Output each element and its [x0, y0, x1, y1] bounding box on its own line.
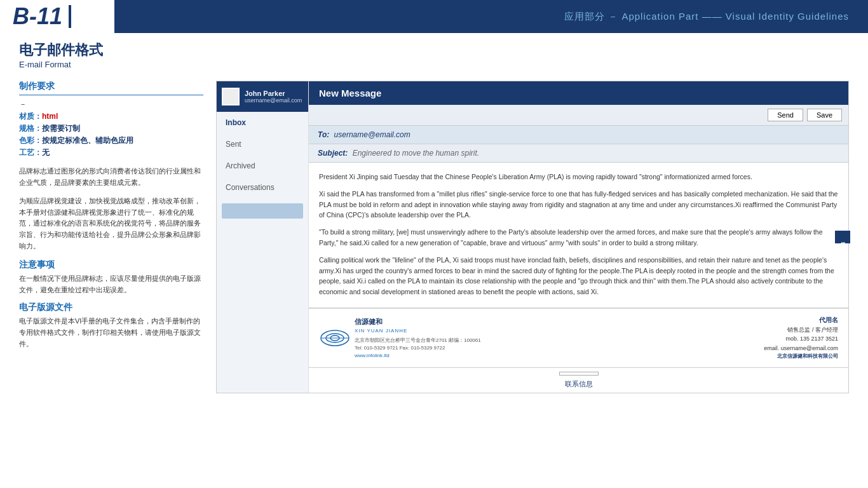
nav-archived[interactable]: Archived: [217, 155, 308, 177]
email-header-bar: New Message: [309, 81, 848, 105]
body-para2: Xi said the PLA has transformed from a "…: [319, 189, 838, 220]
header-guideline-label: 应用部分 － Application Part —— Visual Identi…: [564, 11, 849, 23]
file-text: 电子版源文件是本VI手册的电子文件集合，内含手册制作的专用软件格式文件，制作打印…: [19, 316, 203, 349]
contact-mob: mob. 135 2137 3521: [764, 334, 838, 343]
spec-materials-value: html: [42, 112, 58, 121]
new-message-title: New Message: [319, 88, 381, 98]
spec-materials: 材质：html: [19, 111, 203, 122]
body-para3: "To build a strong military, [we] must u…: [319, 227, 838, 248]
main-content: 制作要求 － 材质：html 规格：按需要订制 色彩：按规定标准色、辅助色应用 …: [0, 74, 868, 400]
specs-title: 制作要求: [19, 81, 203, 92]
email-body: President Xi Jinping said Tuesday that t…: [309, 163, 848, 308]
company-name-en: XIN YUAN JIANHE: [355, 327, 481, 335]
header-divider: [69, 5, 71, 28]
nav-inbox[interactable]: Inbox: [217, 112, 308, 133]
contact-title: 代用名: [764, 315, 838, 325]
compose-button[interactable]: [222, 203, 303, 219]
email-container: John Parker username@email.com Inbox Sen…: [217, 81, 848, 393]
spec-size-label: 规格：: [19, 124, 42, 133]
spec-color-value: 按规定标准色、辅助色应用: [42, 136, 133, 145]
spec-color-label: 色彩：: [19, 136, 42, 145]
spec-materials-label: 材质：: [19, 112, 42, 121]
subject-label: Subject:: [318, 149, 348, 158]
email-user-info: John Parker username@email.com: [217, 81, 308, 112]
body-para4: Calling political work the "lifeline" of…: [319, 255, 838, 297]
footer-logo-area: 信源健和 XIN YUAN JIANHE 北京市朝阳区光台桥甲三号金台青年270…: [319, 315, 481, 361]
subject-value: Engineered to move the human spirit.: [353, 149, 479, 158]
notice-text: 在一般情况下使用品牌标志，应该尽量使用提供的电子版源文件，避免在重绘过程中出现误…: [19, 273, 203, 295]
body-para1: President Xi Jinping said Tuesday that t…: [319, 172, 838, 182]
sender-info-tab[interactable]: 发件人信息: [835, 231, 850, 243]
user-name: John Parker: [245, 90, 302, 97]
title-section: 电子邮件格式 E-mail Format: [0, 33, 868, 74]
email-footer: 信源健和 XIN YUAN JIANHE 北京市朝阳区光台桥甲三号金台青年270…: [309, 308, 848, 367]
email-panel: John Parker username@email.com Inbox Sen…: [216, 81, 849, 393]
avatar: [222, 88, 240, 105]
send-button[interactable]: Send: [768, 109, 803, 121]
nav-conversations[interactable]: Conversations: [217, 177, 308, 198]
contact-company: 北京信源健和科技有限公司: [764, 353, 838, 361]
header-label-en: Application Part: [621, 11, 698, 22]
company-website: www.infolink.ltd: [355, 352, 481, 360]
header-right: 应用部分 － Application Part —— Visual Identi…: [114, 0, 868, 33]
page-header: B-11 应用部分 － Application Part —— Visual I…: [0, 0, 868, 33]
page-code: B-11: [13, 3, 62, 30]
file-title: 电子版源文件: [19, 302, 203, 313]
email-actions-bar: Send Save: [309, 105, 848, 126]
company-logo-icon: [319, 327, 351, 349]
user-details: John Parker username@email.com: [245, 90, 302, 104]
email-footer-section: 信源健和 XIN YUAN JIANHE 北京市朝阳区光台桥甲三号金台青年270…: [309, 308, 848, 393]
contact-box: [559, 372, 599, 376]
left-panel: 制作要求 － 材质：html 规格：按需要订制 色彩：按规定标准色、辅助色应用 …: [19, 81, 203, 393]
to-label: To:: [318, 130, 329, 139]
header-arrow: ——: [702, 11, 726, 22]
specs-divider: [19, 95, 203, 95]
contact-role: 销售总监 / 客户经理: [764, 325, 838, 334]
footer-contact-right: 代用名 销售总监 / 客户经理 mob. 135 2137 3521 email…: [764, 315, 838, 361]
title-chinese: 电子邮件格式: [19, 41, 849, 60]
company-address: 北京市朝阳区光台桥甲三号金台青年2701 邮编：100061: [355, 337, 481, 344]
contact-section-label: 联系信息: [319, 379, 838, 389]
company-name-cn: 信源健和: [355, 316, 481, 327]
header-guideline: Visual Identity Guidelines: [726, 11, 849, 22]
header-label-cn: 应用部分: [564, 11, 605, 22]
email-main-area: New Message Send Save To: username@email…: [309, 81, 848, 393]
email-to-field: To: username@email.com: [309, 126, 848, 144]
desc-para2: 为顺应品牌视觉建设，加快视觉战略成型，推动改革创新，本手册对信源健和品牌视觉形象…: [19, 196, 203, 252]
email-sidebar: John Parker username@email.com Inbox Sen…: [217, 81, 309, 393]
title-english: E-mail Format: [19, 60, 849, 69]
spec-color: 色彩：按规定标准色、辅助色应用: [19, 135, 203, 146]
email-mockup: John Parker username@email.com Inbox Sen…: [216, 81, 849, 393]
spec-size: 规格：按需要订制: [19, 123, 203, 134]
footer-company-info: 信源健和 XIN YUAN JIANHE 北京市朝阳区光台桥甲三号金台青年270…: [355, 316, 481, 360]
spec-craft: 工艺：无: [19, 147, 203, 158]
contact-email: email. username@email.com: [764, 344, 838, 353]
save-button[interactable]: Save: [807, 109, 842, 121]
company-tel: Tel: 010-5329 9721 Fax: 010-5329 9722: [355, 344, 481, 352]
notice-title: 注意事项: [19, 259, 203, 271]
to-value: username@email.com: [334, 130, 410, 139]
header-dash: －: [608, 11, 621, 22]
email-subject-field: Subject: Engineered to move the human sp…: [309, 144, 848, 163]
spec-craft-value: 无: [42, 148, 50, 157]
spec-craft-label: 工艺：: [19, 148, 42, 157]
header-left: B-11: [0, 0, 114, 33]
desc-para1: 品牌标志通过图形化的形式向消费者传达我们的行业属性和企业气质，是品牌要素的主要组…: [19, 166, 203, 188]
spec-divider-text: －: [19, 99, 203, 110]
user-email: username@email.com: [245, 97, 302, 104]
nav-sent[interactable]: Sent: [217, 133, 308, 155]
footer-contact-section: 联系信息: [309, 367, 848, 393]
spec-size-value: 按需要订制: [42, 124, 80, 133]
